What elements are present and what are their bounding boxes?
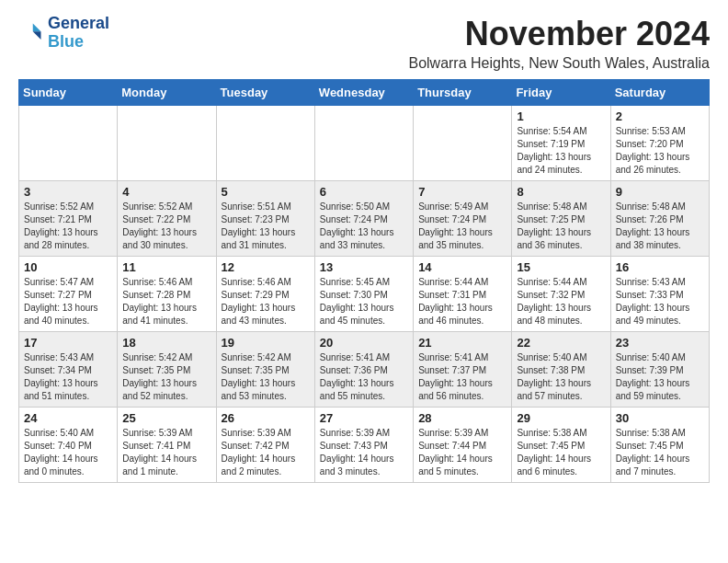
day-number: 20: [320, 336, 408, 350]
day-number: 1: [517, 109, 605, 123]
day-number: 15: [517, 260, 605, 274]
day-number: 25: [122, 411, 210, 425]
calendar-week-1: 1Sunrise: 5:54 AM Sunset: 7:19 PM Daylig…: [19, 106, 710, 181]
calendar-cell: [314, 106, 413, 181]
calendar-cell: 30Sunrise: 5:38 AM Sunset: 7:45 PM Dayli…: [610, 408, 709, 483]
calendar-cell: 4Sunrise: 5:52 AM Sunset: 7:22 PM Daylig…: [118, 181, 216, 257]
day-number: 14: [418, 260, 506, 274]
day-info: Sunrise: 5:45 AM Sunset: 7:30 PM Dayligh…: [320, 276, 408, 327]
calendar-cell: 10Sunrise: 5:47 AM Sunset: 7:27 PM Dayli…: [19, 257, 118, 332]
calendar-cell: [118, 106, 216, 181]
svg-marker-1: [33, 31, 41, 40]
day-info: Sunrise: 5:40 AM Sunset: 7:39 PM Dayligh…: [616, 351, 704, 403]
day-info: Sunrise: 5:53 AM Sunset: 7:20 PM Dayligh…: [616, 125, 704, 177]
subtitle: Bolwarra Heights, New South Wales, Austr…: [408, 55, 710, 72]
calendar-cell: 12Sunrise: 5:46 AM Sunset: 7:29 PM Dayli…: [216, 257, 314, 332]
calendar-cell: 11Sunrise: 5:46 AM Sunset: 7:28 PM Dayli…: [118, 257, 216, 332]
calendar-cell: 15Sunrise: 5:44 AM Sunset: 7:32 PM Dayli…: [512, 257, 610, 332]
day-number: 8: [517, 185, 605, 199]
day-number: 10: [24, 260, 112, 274]
day-info: Sunrise: 5:50 AM Sunset: 7:24 PM Dayligh…: [320, 201, 408, 252]
day-info: Sunrise: 5:43 AM Sunset: 7:34 PM Dayligh…: [24, 351, 112, 403]
calendar-cell: [216, 106, 314, 181]
calendar-cell: 29Sunrise: 5:38 AM Sunset: 7:45 PM Dayli…: [512, 408, 610, 483]
day-info: Sunrise: 5:38 AM Sunset: 7:45 PM Dayligh…: [517, 427, 605, 478]
calendar-cell: 25Sunrise: 5:39 AM Sunset: 7:41 PM Dayli…: [118, 408, 216, 483]
day-number: 24: [24, 411, 112, 425]
logo-text-line1: General: [48, 15, 109, 33]
day-info: Sunrise: 5:43 AM Sunset: 7:33 PM Dayligh…: [616, 276, 704, 327]
calendar-cell: 16Sunrise: 5:43 AM Sunset: 7:33 PM Dayli…: [610, 257, 709, 332]
day-number: 2: [616, 109, 704, 123]
day-info: Sunrise: 5:52 AM Sunset: 7:22 PM Dayligh…: [122, 201, 210, 252]
day-number: 29: [517, 411, 605, 425]
page-header: General Blue November 2024 Bolwarra Heig…: [18, 15, 710, 72]
calendar-cell: 19Sunrise: 5:42 AM Sunset: 7:35 PM Dayli…: [216, 332, 314, 408]
weekday-header-wednesday: Wednesday: [314, 80, 413, 106]
day-info: Sunrise: 5:52 AM Sunset: 7:21 PM Dayligh…: [24, 201, 112, 252]
calendar-cell: 6Sunrise: 5:50 AM Sunset: 7:24 PM Daylig…: [314, 181, 413, 257]
calendar-cell: [19, 106, 118, 181]
weekday-header-friday: Friday: [512, 80, 610, 106]
weekday-header-tuesday: Tuesday: [216, 80, 314, 106]
day-number: 13: [320, 260, 408, 274]
calendar-cell: 22Sunrise: 5:40 AM Sunset: 7:38 PM Dayli…: [512, 332, 610, 408]
logo: General Blue: [18, 15, 109, 52]
calendar-cell: 13Sunrise: 5:45 AM Sunset: 7:30 PM Dayli…: [314, 257, 413, 332]
svg-marker-0: [33, 23, 41, 31]
calendar-cell: 27Sunrise: 5:39 AM Sunset: 7:43 PM Dayli…: [314, 408, 413, 483]
day-info: Sunrise: 5:42 AM Sunset: 7:35 PM Dayligh…: [222, 351, 310, 403]
day-number: 16: [616, 260, 704, 274]
calendar-cell: 9Sunrise: 5:48 AM Sunset: 7:26 PM Daylig…: [610, 181, 709, 257]
calendar-cell: 24Sunrise: 5:40 AM Sunset: 7:40 PM Dayli…: [19, 408, 118, 483]
calendar-table: SundayMondayTuesdayWednesdayThursdayFrid…: [18, 79, 710, 483]
day-info: Sunrise: 5:41 AM Sunset: 7:36 PM Dayligh…: [320, 351, 408, 403]
calendar-cell: 20Sunrise: 5:41 AM Sunset: 7:36 PM Dayli…: [314, 332, 413, 408]
day-number: 6: [320, 185, 408, 199]
day-info: Sunrise: 5:48 AM Sunset: 7:25 PM Dayligh…: [517, 201, 605, 252]
day-number: 11: [122, 260, 210, 274]
day-info: Sunrise: 5:47 AM Sunset: 7:27 PM Dayligh…: [24, 276, 112, 327]
calendar-cell: 28Sunrise: 5:39 AM Sunset: 7:44 PM Dayli…: [414, 408, 512, 483]
calendar-cell: 14Sunrise: 5:44 AM Sunset: 7:31 PM Dayli…: [414, 257, 512, 332]
weekday-header-saturday: Saturday: [610, 80, 709, 106]
calendar-cell: 5Sunrise: 5:51 AM Sunset: 7:23 PM Daylig…: [216, 181, 314, 257]
main-title: November 2024: [408, 15, 710, 53]
calendar-cell: 17Sunrise: 5:43 AM Sunset: 7:34 PM Dayli…: [19, 332, 118, 408]
day-info: Sunrise: 5:39 AM Sunset: 7:42 PM Dayligh…: [222, 427, 310, 478]
day-info: Sunrise: 5:48 AM Sunset: 7:26 PM Dayligh…: [616, 201, 704, 252]
calendar-cell: 23Sunrise: 5:40 AM Sunset: 7:39 PM Dayli…: [610, 332, 709, 408]
day-info: Sunrise: 5:49 AM Sunset: 7:24 PM Dayligh…: [418, 201, 506, 252]
day-info: Sunrise: 5:39 AM Sunset: 7:43 PM Dayligh…: [320, 427, 408, 478]
day-number: 5: [222, 185, 310, 199]
day-number: 18: [122, 336, 210, 350]
logo-text-line2: Blue: [48, 33, 109, 52]
day-info: Sunrise: 5:40 AM Sunset: 7:40 PM Dayligh…: [24, 427, 112, 478]
day-info: Sunrise: 5:40 AM Sunset: 7:38 PM Dayligh…: [517, 351, 605, 403]
day-info: Sunrise: 5:44 AM Sunset: 7:32 PM Dayligh…: [517, 276, 605, 327]
weekday-header-monday: Monday: [118, 80, 216, 106]
day-number: 28: [418, 411, 506, 425]
calendar-cell: [414, 106, 512, 181]
calendar-cell: 1Sunrise: 5:54 AM Sunset: 7:19 PM Daylig…: [512, 106, 610, 181]
calendar-week-4: 17Sunrise: 5:43 AM Sunset: 7:34 PM Dayli…: [19, 332, 710, 408]
calendar-cell: 21Sunrise: 5:41 AM Sunset: 7:37 PM Dayli…: [414, 332, 512, 408]
day-number: 19: [222, 336, 310, 350]
calendar-cell: 18Sunrise: 5:42 AM Sunset: 7:35 PM Dayli…: [118, 332, 216, 408]
weekday-header-row: SundayMondayTuesdayWednesdayThursdayFrid…: [19, 80, 710, 106]
day-number: 17: [24, 336, 112, 350]
day-number: 4: [122, 185, 210, 199]
day-info: Sunrise: 5:41 AM Sunset: 7:37 PM Dayligh…: [418, 351, 506, 403]
day-info: Sunrise: 5:46 AM Sunset: 7:29 PM Dayligh…: [222, 276, 310, 327]
day-number: 26: [222, 411, 310, 425]
calendar-cell: 2Sunrise: 5:53 AM Sunset: 7:20 PM Daylig…: [610, 106, 709, 181]
day-number: 30: [616, 411, 704, 425]
day-info: Sunrise: 5:39 AM Sunset: 7:44 PM Dayligh…: [418, 427, 506, 478]
day-number: 3: [24, 185, 112, 199]
weekday-header-thursday: Thursday: [414, 80, 512, 106]
calendar-week-2: 3Sunrise: 5:52 AM Sunset: 7:21 PM Daylig…: [19, 181, 710, 257]
weekday-header-sunday: Sunday: [19, 80, 118, 106]
calendar-cell: 7Sunrise: 5:49 AM Sunset: 7:24 PM Daylig…: [414, 181, 512, 257]
day-info: Sunrise: 5:54 AM Sunset: 7:19 PM Dayligh…: [517, 125, 605, 177]
day-number: 27: [320, 411, 408, 425]
